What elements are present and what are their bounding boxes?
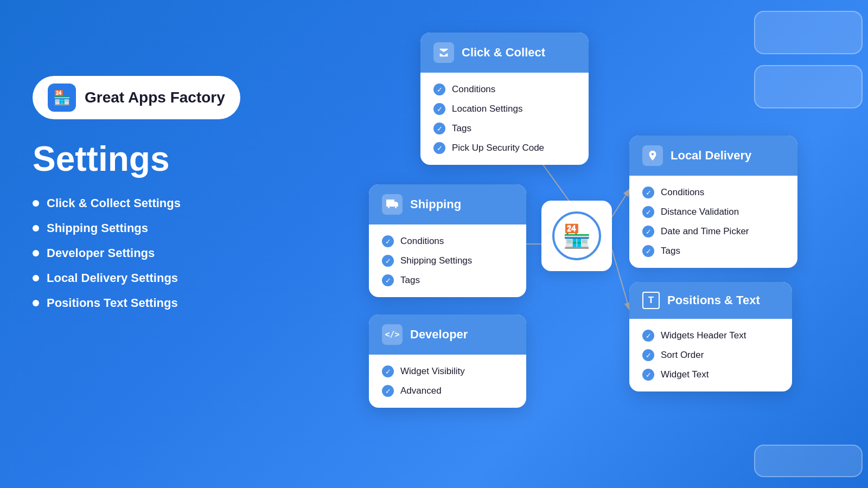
brand-icon: 🏪 — [48, 84, 76, 112]
brand-name: Great Apps Factory — [85, 89, 225, 106]
settings-title: Settings — [33, 139, 304, 179]
local-delivery-item-3: ✓ Tags — [642, 245, 784, 257]
check-icon: ✓ — [642, 349, 654, 361]
svg-line-3 — [612, 249, 629, 309]
developer-item-0: ✓ Widget Visibility — [382, 365, 513, 377]
card-developer: </> Developer ✓ Widget Visibility ✓ Adva… — [369, 314, 526, 408]
shipping-title: Shipping — [410, 197, 461, 211]
check-icon: ✓ — [642, 206, 654, 218]
svg-line-2 — [612, 190, 629, 217]
check-icon: ✓ — [433, 84, 445, 95]
developer-body: ✓ Widget Visibility ✓ Advanced — [369, 355, 526, 408]
shipping-icon — [382, 194, 403, 215]
card-positions-text: T Positions & Text ✓ Widgets Header Text… — [629, 282, 792, 391]
settings-menu: Click & Collect Settings Shipping Settin… — [33, 196, 304, 310]
local-delivery-item-1: ✓ Distance Validation — [642, 206, 784, 218]
menu-item-shipping[interactable]: Shipping Settings — [33, 221, 304, 235]
click-collect-item-0: ✓ Conditions — [433, 84, 576, 95]
menu-item-click-collect[interactable]: Click & Collect Settings — [33, 196, 304, 210]
local-delivery-icon — [642, 145, 663, 166]
card-shipping: Shipping ✓ Conditions ✓ Shipping Setting… — [369, 184, 526, 297]
shipping-item-1: ✓ Shipping Settings — [382, 255, 513, 267]
ghost-card-top — [754, 11, 863, 54]
card-local-delivery: Local Delivery ✓ Conditions ✓ Distance V… — [629, 136, 797, 268]
check-icon: ✓ — [382, 274, 394, 286]
brand-pill: 🏪 Great Apps Factory — [33, 76, 240, 119]
left-panel: 🏪 Great Apps Factory Settings Click & Co… — [33, 76, 304, 321]
check-icon: ✓ — [642, 187, 654, 198]
click-collect-item-1: ✓ Location Settings — [433, 103, 576, 115]
developer-title: Developer — [410, 328, 468, 342]
positions-item-2: ✓ Widget Text — [642, 369, 779, 381]
check-icon: ✓ — [642, 245, 654, 257]
card-click-collect-header: Click & Collect — [420, 33, 589, 73]
local-delivery-item-2: ✓ Date and Time Picker — [642, 226, 784, 237]
shipping-item-2: ✓ Tags — [382, 274, 513, 286]
click-collect-icon — [433, 42, 454, 63]
check-icon: ✓ — [433, 123, 445, 134]
check-icon: ✓ — [642, 369, 654, 381]
diagram-area: Click & Collect ✓ Conditions ✓ Location … — [336, 0, 868, 488]
store-circle: 🏪 — [552, 211, 601, 260]
ghost-card-bottom — [754, 445, 863, 477]
check-icon: ✓ — [433, 142, 445, 154]
positions-item-0: ✓ Widgets Header Text — [642, 330, 779, 342]
positions-body: ✓ Widgets Header Text ✓ Sort Order ✓ Wid… — [629, 319, 792, 391]
shipping-item-0: ✓ Conditions — [382, 235, 513, 247]
menu-item-positions-text[interactable]: Positions Text Settings — [33, 296, 304, 310]
center-store-icon: 🏪 — [541, 201, 612, 271]
card-positions-header: T Positions & Text — [629, 282, 792, 319]
click-collect-item-2: ✓ Tags — [433, 123, 576, 134]
check-icon: ✓ — [382, 255, 394, 267]
check-icon: ✓ — [642, 330, 654, 342]
developer-item-1: ✓ Advanced — [382, 385, 513, 397]
check-icon: ✓ — [642, 226, 654, 237]
ghost-card-right — [754, 65, 863, 108]
check-icon: ✓ — [382, 365, 394, 377]
positions-item-1: ✓ Sort Order — [642, 349, 779, 361]
card-developer-header: </> Developer — [369, 314, 526, 355]
check-icon: ✓ — [433, 103, 445, 115]
developer-icon: </> — [382, 324, 403, 345]
check-icon: ✓ — [382, 235, 394, 247]
click-collect-item-3: ✓ Pick Up Security Code — [433, 142, 576, 154]
menu-item-local-delivery[interactable]: Local Delivery Settings — [33, 271, 304, 285]
local-delivery-item-0: ✓ Conditions — [642, 187, 784, 198]
positions-title: Positions & Text — [667, 293, 760, 307]
click-collect-title: Click & Collect — [462, 46, 545, 60]
click-collect-body: ✓ Conditions ✓ Location Settings ✓ Tags … — [420, 73, 589, 165]
check-icon: ✓ — [382, 385, 394, 397]
card-shipping-header: Shipping — [369, 184, 526, 224]
card-local-delivery-header: Local Delivery — [629, 136, 797, 176]
shipping-body: ✓ Conditions ✓ Shipping Settings ✓ Tags — [369, 224, 526, 297]
menu-item-developer[interactable]: Developer Settings — [33, 246, 304, 260]
card-click-collect: Click & Collect ✓ Conditions ✓ Location … — [420, 33, 589, 165]
positions-icon: T — [642, 292, 660, 309]
local-delivery-title: Local Delivery — [671, 149, 751, 163]
local-delivery-body: ✓ Conditions ✓ Distance Validation ✓ Dat… — [629, 176, 797, 268]
